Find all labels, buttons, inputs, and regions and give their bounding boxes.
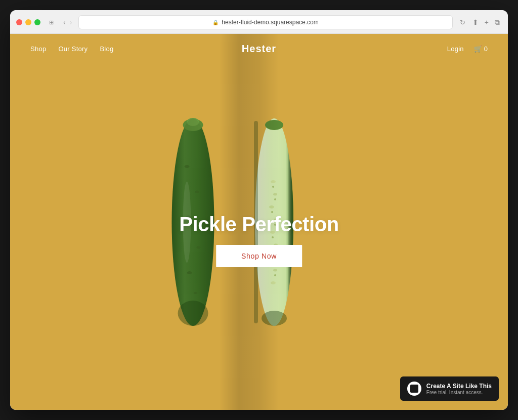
hero-content: Pickle Perfection Shop Now — [179, 213, 339, 267]
site-logo: Hester — [242, 43, 276, 55]
url-text: hester-fluid-demo.squarespace.com — [222, 19, 318, 26]
lock-icon: 🔒 — [212, 20, 219, 25]
browser-chrome: ⊞ ‹ › 🔒 hester-fluid-demo.squarespace.co… — [10, 10, 508, 34]
maximize-button[interactable] — [34, 19, 40, 25]
nav-our-story[interactable]: Our Story — [58, 45, 88, 53]
nav-shop[interactable]: Shop — [30, 45, 46, 53]
squarespace-badge[interactable]: Create A Site Like This Free trial. Inst… — [400, 376, 499, 401]
address-bar[interactable]: 🔒 hester-fluid-demo.squarespace.com — [78, 15, 452, 29]
badge-sub-text: Free trial. Instant access. — [426, 390, 492, 395]
close-button[interactable] — [16, 19, 22, 25]
nav-login[interactable]: Login — [447, 45, 464, 53]
cart-count: 0 — [484, 45, 488, 53]
nav-left: Shop Our Story Blog — [30, 45, 113, 53]
sidebar-toggle-button[interactable]: ⊞ — [46, 17, 57, 28]
nav-right: Login 🛒 0 — [447, 45, 488, 53]
site-nav: Shop Our Story Blog Hester Login 🛒 0 — [10, 34, 508, 64]
traffic-lights — [16, 19, 40, 25]
hero-title: Pickle Perfection — [179, 213, 339, 236]
browser-controls: ⊞ — [46, 17, 57, 28]
share-button[interactable]: ⬆ — [470, 18, 481, 26]
new-tab-button[interactable]: + — [483, 18, 491, 26]
nav-blog[interactable]: Blog — [100, 45, 113, 53]
badge-text-block: Create A Site Like This Free trial. Inst… — [426, 383, 492, 395]
cart-icon: 🛒 — [474, 45, 482, 53]
browser-actions: ⬆ + ⧉ — [470, 18, 502, 27]
badge-main-text: Create A Site Like This — [426, 383, 492, 390]
forward-button[interactable]: › — [68, 18, 74, 26]
svg-point-33 — [265, 120, 283, 130]
squarespace-logo — [407, 382, 421, 396]
svg-point-32 — [262, 311, 287, 326]
tabs-button[interactable]: ⧉ — [493, 18, 502, 27]
svg-point-11 — [178, 301, 208, 326]
reload-button[interactable]: ↻ — [460, 19, 465, 26]
website-content: Shop Our Story Blog Hester Login 🛒 0 — [10, 34, 508, 410]
back-button[interactable]: ‹ — [62, 18, 67, 26]
squarespace-logo-inner — [410, 385, 418, 393]
shop-now-button[interactable]: Shop Now — [216, 245, 302, 267]
browser-window: ⊞ ‹ › 🔒 hester-fluid-demo.squarespace.co… — [10, 10, 508, 410]
minimize-button[interactable] — [25, 19, 31, 25]
nav-arrows: ‹ › — [62, 18, 73, 26]
cart-button[interactable]: 🛒 0 — [474, 45, 488, 53]
